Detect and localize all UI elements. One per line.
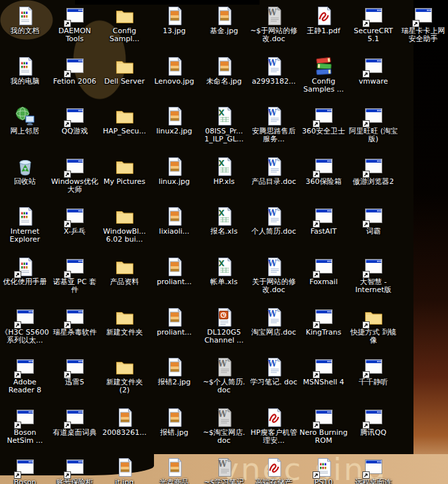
desktop-icon[interactable]: 08ISS_Pr... 1_ILP_GL... <box>199 106 249 143</box>
icon-label: vmware <box>358 78 388 86</box>
desktop-icon[interactable]: SecureCRT 5.1 <box>348 5 398 43</box>
desktop-icon[interactable]: 诺基亚 PC 套件 <box>50 256 100 294</box>
desktop-icon[interactable]: 瑞星卡卡上网安全助手 <box>398 5 448 43</box>
icon-label: 诺基亚 PC 套件 <box>50 278 100 294</box>
desktop-icon[interactable]: 傲游浏览器2 <box>348 156 398 186</box>
desktop-icon[interactable]: it.jpg <box>100 457 149 484</box>
desktop-icon[interactable]: 千千静听 <box>348 357 398 386</box>
desktop-icon[interactable]: KingTrans <box>299 307 348 337</box>
desktop-icon[interactable]: Boson <box>0 457 50 484</box>
desktop-icon[interactable]: 腾讯QQ <box>348 407 398 437</box>
desktop-icon[interactable]: 13.jpg <box>149 5 199 35</box>
desktop-icon[interactable]: ~$于网站的修改.doc <box>249 5 299 43</box>
desktop-icon[interactable]: DAEMON Tools <box>50 5 100 43</box>
desktop-icon[interactable]: lixiaoli... <box>149 206 199 236</box>
desktop-icon[interactable]: 瑞星杀毒软件 <box>50 307 100 337</box>
desktop-icon[interactable]: 报错.jpg <box>149 407 199 437</box>
desktop-icon[interactable]: 帐单.xls <box>199 256 249 286</box>
desktop-icon[interactable]: 远程桌面连 <box>348 457 398 484</box>
sysdoc-icon <box>15 5 36 27</box>
desktop-icon[interactable]: 360保险箱 <box>299 156 348 186</box>
desktop-icon[interactable]: Dell Server <box>100 56 149 86</box>
sysdoc-icon <box>313 457 335 478</box>
desktop-icon[interactable]: HP瘦客户机管理安... <box>249 407 299 445</box>
desktop-icon[interactable]: 我的电脑 <box>0 56 50 86</box>
desktop-icon[interactable]: 淘宝网店.doc <box>249 307 299 337</box>
desktop-icon[interactable]: 学习笔记. doc <box>249 357 299 386</box>
desktop-icon[interactable]: Config Samples ... <box>299 56 348 94</box>
desktop-icon[interactable]: Nero Burning ROM <box>299 407 348 445</box>
desktop-icon[interactable]: HAP_Secu... <box>100 106 149 135</box>
desktop-icon[interactable]: WindowBl... 6.02 bui... <box>100 206 149 244</box>
desktop-icon[interactable]: 王静1.pdf <box>299 5 348 35</box>
desktop-icon[interactable]: 新建文件夹 <box>100 307 149 337</box>
shortcut-arrow-icon <box>313 171 320 178</box>
icon-label: 安腾思路售后服务... <box>250 127 299 143</box>
desktop-icon[interactable]: Lenovo.jpg <box>149 56 199 86</box>
desktop-icon[interactable]: Windows优化大师 <box>50 156 100 194</box>
desktop-icon[interactable]: ~$学习笔记 <box>199 457 249 484</box>
shortcut-arrow-icon <box>362 20 370 27</box>
desktop-icon[interactable]: Fetion 2006 <box>50 56 100 86</box>
desktop-icon[interactable]: 大智慧 -Internet版 <box>348 256 398 294</box>
window-icon <box>64 5 86 27</box>
desktop-icon[interactable]: 产品资料 <box>100 256 149 286</box>
desktop-icon[interactable]: ~$个人简历. doc <box>199 357 249 394</box>
excel-icon <box>214 206 235 227</box>
desktop-icon[interactable]: MSNShell 4 <box>299 357 348 386</box>
desktop-icon[interactable]: 360安全卫士 <box>299 106 348 135</box>
desktop-icon[interactable]: 迅雷5 <box>50 357 100 386</box>
desktop-icon[interactable]: HP.xls <box>199 156 249 186</box>
desktop-icon[interactable]: 《H3C S5600系列以太... <box>0 307 50 345</box>
folder-icon <box>363 307 384 328</box>
desktop-icon[interactable]: DL120G5 Channel ... <box>199 307 249 345</box>
desktop-icon[interactable]: Foxmail <box>299 256 348 286</box>
desktop-icon[interactable]: proliant... <box>149 256 199 286</box>
desktop-icon[interactable]: 新建文件夹 (2) <box>100 357 149 394</box>
desktop-icon[interactable]: X-乒乓 <box>50 206 100 236</box>
desktop-icon[interactable]: My Pictures <box>100 156 149 186</box>
desktop-icon[interactable]: linux.jpg <box>149 156 199 186</box>
desktop-icon[interactable]: FastAIT <box>299 206 348 236</box>
icon-label: Config Sampl... <box>100 27 149 43</box>
desktop-icon[interactable]: 回收站 <box>0 156 50 186</box>
jpg-icon <box>114 457 135 478</box>
desktop-icon[interactable]: 未命名.jpg <box>199 56 249 86</box>
icon-label: Internet Explorer <box>1 228 50 244</box>
desktop-icon[interactable]: linux2.jpg <box>149 106 199 135</box>
desktop-icon[interactable]: 关于网站的修改.doc <box>249 256 299 294</box>
desktop-icon[interactable]: a2993182... <box>249 56 299 86</box>
icon-label: 账号保险柜 <box>56 479 93 484</box>
desktop-icon[interactable]: vmware <box>348 56 398 86</box>
desktop-icon[interactable]: 账号保险柜 <box>50 457 100 484</box>
desktop-icon[interactable]: QQ游戏 <box>50 106 100 135</box>
desktop-icon[interactable]: proliant... <box>149 307 199 337</box>
icon-label: 千千静听 <box>359 378 388 386</box>
shortcut-arrow-icon <box>64 120 71 127</box>
desktop-icon[interactable]: ~$淘宝网店. doc <box>199 407 249 445</box>
desktop-icon[interactable]: 个人简历.doc <box>249 206 299 236</box>
desktop-icon[interactable]: 基金.jpg <box>199 5 249 35</box>
desktop-icon[interactable]: Adobe Reader 8 <box>0 357 50 394</box>
desktop-icon[interactable]: 优化使用手册 <box>0 256 50 286</box>
desktop-icon[interactable]: 词霸 <box>348 206 398 236</box>
jpg-icon <box>164 407 185 428</box>
desktop-icon[interactable]: 网上邻居 <box>0 106 50 135</box>
desktop-icon[interactable]: 光盘商品 <box>149 457 199 484</box>
desktop-icon[interactable]: 报名.xls <box>199 206 249 236</box>
icon-label: 瑞星杀毒软件 <box>53 329 97 337</box>
desktop-icon[interactable]: 我的文档 <box>0 5 50 35</box>
desktop-icon[interactable]: 阿里旺旺 (淘宝版) <box>348 106 398 143</box>
desktop-icon[interactable]: 报错2.jpg <box>149 357 199 386</box>
desktop-icon[interactable]: Boson NetSim ... <box>0 407 50 445</box>
desktop-icon[interactable]: 快捷方式 到镜像 <box>348 307 398 345</box>
desktop-icon[interactable]: Config Sampl... <box>100 5 149 43</box>
icon-label: lixiaoli... <box>159 228 190 236</box>
desktop-icon[interactable]: 安腾思路售后服务... <box>249 106 299 143</box>
desktop-icon[interactable]: 有道桌面词典 <box>50 407 100 437</box>
desktop-icon[interactable]: PS10 <box>299 457 348 484</box>
desktop-icon[interactable]: Internet Explorer <box>0 206 50 244</box>
desktop-icon[interactable]: 20083261... <box>100 407 149 437</box>
desktop-icon[interactable]: 产品目录.doc <box>249 156 299 186</box>
desktop-icon[interactable]: 高端存储产 <box>249 457 299 484</box>
